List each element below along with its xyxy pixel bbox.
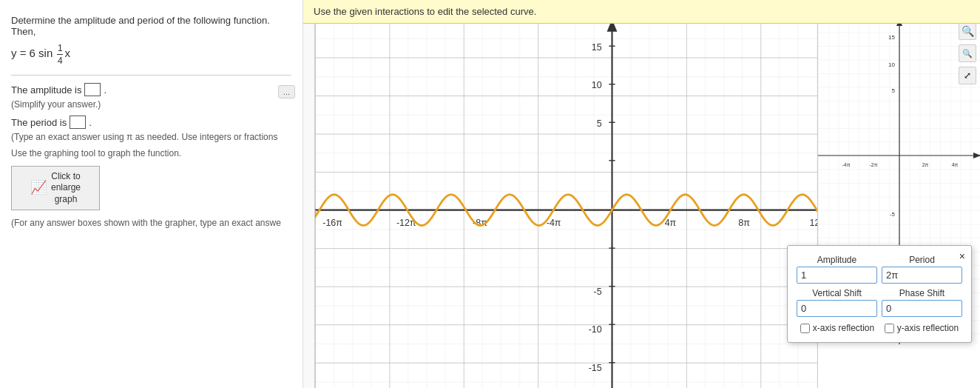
curve-properties-popup: × Amplitude Period Vertical Shift Phase …	[787, 245, 972, 343]
tip-bar: Use the given interactions to edit the s…	[303, 0, 980, 24]
equation: y = 6 sin 14x	[11, 43, 291, 66]
more-button[interactable]: ...	[278, 85, 295, 98]
amplitude-label: The amplitude is	[11, 84, 81, 96]
period-hint: (Type an exact answer using π as needed.…	[11, 132, 291, 142]
modal-area: Use the given interactions to edit the s…	[303, 0, 980, 388]
svg-text:-4π: -4π	[842, 162, 850, 167]
zoom-out-button[interactable]: 🔍	[959, 44, 976, 62]
y-reflection-label[interactable]: y-axis reflection	[885, 323, 959, 333]
phase-shift-input[interactable]	[882, 300, 962, 317]
amplitude-row: The amplitude is .	[11, 83, 291, 96]
svg-text:2π: 2π	[922, 162, 929, 167]
period-label: The period is	[11, 117, 67, 128]
enlarge-graph-button[interactable]: 📈 Click toenlargegraph	[11, 166, 100, 210]
svg-text:-16π: -16π	[322, 217, 342, 227]
problem-text: Determine the amplitude and period of th…	[11, 15, 291, 37]
period-field-label: Period	[882, 255, 962, 265]
svg-text:15: 15	[888, 34, 895, 41]
amplitude-field-label: Amplitude	[797, 255, 877, 265]
svg-text:-10: -10	[589, 324, 602, 335]
period-row: The period is .	[11, 116, 291, 129]
x-reflection-label[interactable]: x-axis reflection	[800, 323, 874, 333]
x-reflection-checkbox[interactable]	[800, 324, 810, 333]
amplitude-input-box[interactable]	[84, 83, 101, 96]
preview-icon-buttons: 🔍 🔍 ⤢	[959, 22, 976, 84]
svg-text:10: 10	[592, 80, 602, 90]
svg-text:10: 10	[888, 61, 895, 68]
divider	[11, 75, 291, 76]
svg-text:15: 15	[592, 42, 602, 53]
vertical-shift-label: Vertical Shift	[797, 288, 877, 298]
period-field-group: Period	[882, 255, 962, 284]
svg-text:4π: 4π	[665, 217, 677, 227]
phase-shift-label: Phase Shift	[882, 288, 962, 298]
enlarge-label: Click toenlargegraph	[51, 171, 81, 206]
popup-close-button[interactable]: ×	[959, 250, 965, 262]
graph-thumbnail-icon: 📈	[30, 179, 47, 196]
amplitude-field-group: Amplitude	[797, 255, 877, 284]
period-input-box[interactable]	[70, 116, 86, 129]
svg-text:5: 5	[892, 87, 896, 94]
x-reflection-text: x-axis reflection	[813, 323, 874, 333]
svg-text:-15: -15	[589, 363, 602, 373]
period-field-input[interactable]	[882, 267, 962, 284]
svg-text:5: 5	[597, 118, 602, 129]
svg-text:4π: 4π	[952, 162, 959, 167]
svg-text:-5: -5	[890, 211, 896, 218]
vertical-shift-group: Vertical Shift	[797, 288, 877, 317]
amplitude-field-input[interactable]	[797, 267, 877, 284]
zoom-in-button[interactable]: 🔍	[959, 22, 976, 40]
svg-text:8π: 8π	[738, 217, 750, 227]
reflection-checkboxes: x-axis reflection y-axis reflection	[797, 323, 962, 333]
left-panel: Determine the amplitude and period of th…	[0, 0, 303, 388]
fullscreen-button[interactable]: ⤢	[959, 67, 976, 84]
phase-shift-group: Phase Shift	[882, 288, 962, 317]
use-tool-text: Use the graphing tool to graph the funct…	[11, 148, 291, 158]
y-reflection-text: y-axis reflection	[897, 323, 959, 333]
svg-text:-2π: -2π	[869, 162, 877, 167]
footer-note: (For any answer boxes shown with the gra…	[11, 218, 291, 228]
vertical-shift-input[interactable]	[797, 300, 877, 317]
y-reflection-checkbox[interactable]	[885, 324, 894, 333]
equation-text: y = 6 sin 14x	[11, 47, 70, 59]
tip-text: Use the given interactions to edit the s…	[314, 6, 536, 17]
popup-fields-grid: Amplitude Period Vertical Shift Phase Sh…	[797, 255, 962, 317]
amplitude-simplify: (Simplify your answer.)	[11, 99, 291, 110]
svg-text:-5: -5	[594, 287, 602, 297]
